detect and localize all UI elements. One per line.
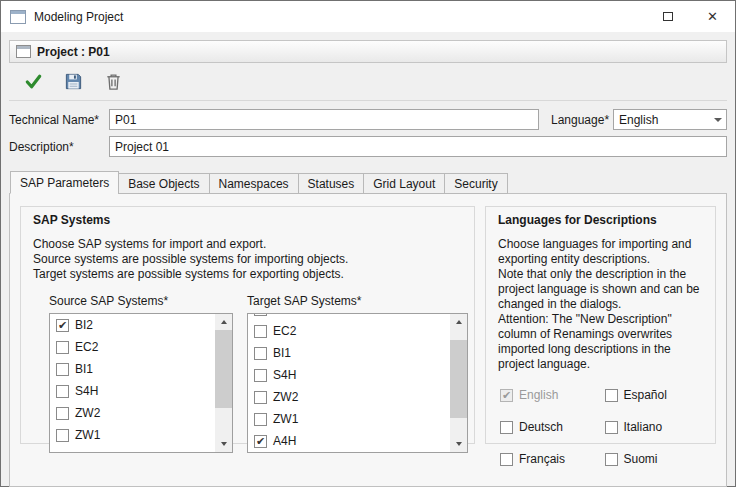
tab-sap-parameters[interactable]: SAP Parameters [10,171,119,194]
checkbox-label: Deutsch [519,420,563,434]
project-icon [16,45,31,58]
scrollbar-thumb[interactable] [450,340,467,418]
tab-base-objects[interactable]: Base Objects [118,173,209,194]
close-button[interactable]: ✕ [690,1,735,32]
maximize-button[interactable] [645,1,690,32]
tab-security[interactable]: Security [444,173,507,194]
scroll-up-button[interactable] [450,314,467,330]
technical-name-row: Technical Name* Language* English [9,109,727,130]
list-item-deutsch[interactable]: Deutsch [500,416,599,438]
titlebar: Modeling Project ✕ [1,1,735,32]
scroll-down-button[interactable] [450,436,467,452]
target-systems-group: Target SAP Systems* BI2EC2BI1S4HZW2ZW1A4… [247,294,468,453]
list-item-s4h[interactable]: S4H [254,364,450,386]
list-item-italiano[interactable]: Italiano [605,416,704,438]
languages-groupbox: Languages for Descriptions Choose langua… [485,206,716,444]
list-item-zw1[interactable]: ZW1 [254,408,450,430]
list-item-français[interactable]: Français [500,448,599,470]
list-item-a4h[interactable]: A4H [254,430,450,452]
scrollbar-thumb[interactable] [215,330,232,408]
checkbox-label: ZW2 [273,390,298,404]
checkbox-zw1[interactable] [254,413,267,426]
checkbox-english [500,389,513,402]
checkbox-label: English [519,388,558,402]
scroll-down-button[interactable] [215,436,232,452]
lang-desc-line: Note that only the description in the pr… [498,267,703,312]
scroll-up-button[interactable] [215,314,232,330]
checkbox-bi1[interactable] [254,347,267,360]
language-label: Language* [551,113,613,127]
checkbox-label: EC2 [273,324,296,338]
tab-namespaces[interactable]: Namespaces [209,173,299,194]
arrow-up-icon [456,320,462,324]
checkbox-s4h[interactable] [254,369,267,382]
list-item-zw2[interactable]: ZW2 [254,386,450,408]
lang-desc-line: Choose languages for importing and expor… [498,237,703,267]
checkbox-italiano[interactable] [605,421,618,434]
list-item-zw1[interactable]: ZW1 [56,424,215,446]
save-button[interactable] [61,70,85,94]
list-item-s4h[interactable]: S4H [56,380,215,402]
list-item-bi1[interactable]: BI1 [56,358,215,380]
delete-button[interactable] [101,70,125,94]
language-value: English [614,113,709,127]
sap-systems-groupbox: SAP Systems Choose SAP systems for impor… [20,206,475,444]
sap-desc-line: Source systems are possible systems for … [33,252,462,267]
checkbox-deutsch[interactable] [500,421,513,434]
project-form: Technical Name* Language* English Descri… [9,101,727,163]
lang-desc-line: Attention: The "New Description" column … [498,312,703,372]
checkbox-label: BI1 [75,362,93,376]
arrow-down-icon [456,442,462,446]
sap-systems-title: SAP Systems [33,213,462,227]
project-header: Project : P01 [9,40,727,63]
checkbox-zw2[interactable] [254,391,267,404]
checkbox-ec2[interactable] [56,341,69,354]
checkbox-label: Italiano [624,420,663,434]
checkbox-s4h[interactable] [56,385,69,398]
checkbox-ec2[interactable] [254,325,267,338]
scrollbar-track[interactable] [215,330,232,436]
technical-name-input[interactable] [109,109,539,130]
checkbox-français[interactable] [500,453,513,466]
sap-desc-line: Target systems are possible systems for … [33,267,462,282]
description-input[interactable] [109,136,727,157]
trash-icon [104,72,123,91]
checkbox-a4h[interactable] [254,435,267,448]
list-item-bi1[interactable]: BI1 [254,342,450,364]
checkbox-label: BI1 [273,346,291,360]
checkbox-bi2[interactable] [56,319,69,332]
target-list-scrollbar[interactable] [450,314,467,452]
checkbox-label: ZW1 [273,412,298,426]
checkbox-label: S4H [75,384,98,398]
list-item-zw2[interactable]: ZW2 [56,402,215,424]
checkbox-bi1[interactable] [56,363,69,376]
list-item-ec2[interactable]: EC2 [56,336,215,358]
sap-parameters-panel: SAP Systems Choose SAP systems for impor… [9,193,727,487]
source-list-scrollbar[interactable] [215,314,232,452]
checkbox-label: Français [519,452,565,466]
language-combobox[interactable]: English [613,109,727,130]
checkbox-bi2[interactable] [254,313,267,316]
tab-grid-layout[interactable]: Grid Layout [363,173,445,194]
scrollbar-track[interactable] [450,330,467,436]
languages-title: Languages for Descriptions [498,213,703,227]
list-item-english[interactable]: English [500,384,599,406]
arrow-down-icon [221,442,227,446]
checkbox-español[interactable] [605,389,618,402]
validate-button[interactable] [21,70,45,94]
list-item-bi2[interactable]: BI2 [254,313,450,320]
list-item-bi2[interactable]: BI2 [56,314,215,336]
checkbox-zw2[interactable] [56,407,69,420]
checkbox-zw1[interactable] [56,429,69,442]
language-dropdown-button[interactable] [709,110,726,129]
system-lists: Source SAP Systems* BI2EC2BI1S4HZW2ZW1 T… [49,294,462,453]
chevron-down-icon [714,118,722,122]
list-item-suomi[interactable]: Suomi [605,448,704,470]
tab-statuses[interactable]: Statuses [298,173,365,194]
description-row: Description* [9,136,727,157]
dialog-client-area: Project : P01 [1,32,735,487]
checkbox-label: ZW1 [75,428,100,442]
checkbox-suomi[interactable] [605,453,618,466]
list-item-español[interactable]: Español [605,384,704,406]
list-item-ec2[interactable]: EC2 [254,320,450,342]
